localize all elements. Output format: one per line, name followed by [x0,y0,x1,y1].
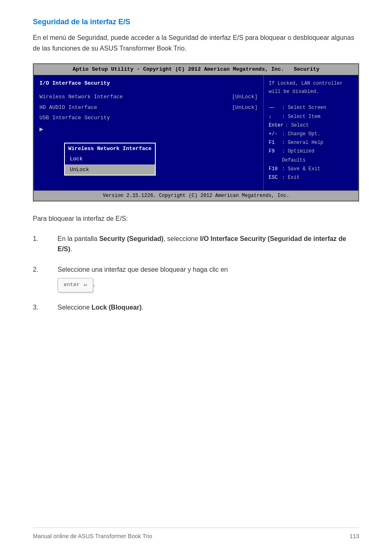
enter-arrow-icon: ↵ [84,281,87,289]
bios-screenshot: Aptio Setup Utility - Copyright (C) 2012… [33,63,359,201]
bios-popup: Wireless Network Interface Lock UnLock [64,143,156,176]
page-title: Seguridad de la interfaz E/S [33,16,359,28]
instruction-text: Para bloquear la interfaz de E/S: [33,214,359,224]
step-3: 3. Seleccione Lock (Bloquear). [33,302,359,313]
bios-help-text: If Locked, LAN controller will be disabl… [269,79,353,96]
bios-option-lock[interactable]: Lock [65,154,155,164]
step-1: 1. En la pantalla Security (Seguridad), … [33,234,359,255]
bios-section-title: I/O Interface Security [39,79,258,88]
step-3-number: 3. [33,302,58,313]
bios-nav-enter: Enter : Select [269,122,353,130]
bios-item-usb: USB Interface Security [39,114,258,122]
bios-cursor-arrow: ▶ [39,125,258,134]
page-footer: Manual online de ASUS Transformer Book T… [33,528,359,541]
enter-key-button: enter ↵ [58,278,93,292]
step-1-content: En la pantalla Security (Seguridad), sel… [58,234,359,255]
bios-nav-change: +/- : Change Opt. [269,130,353,138]
bios-version-bar: Version 2.15.1226. Copyright (C) 2012 Am… [34,190,358,201]
footer-page-number: 113 [350,532,359,541]
bios-option-unlock[interactable]: UnLock [65,164,155,175]
bios-navigation: →← : Select Screen ↓ : Select Item Enter… [269,104,353,182]
footer-left: Manual online de ASUS Transformer Book T… [33,532,152,541]
step-2: 2. Seleccione una interfaz que desee blo… [33,264,359,292]
bios-nav-esc: ESC : Exit [269,174,353,182]
bios-nav-f10: F10 : Save & Exit [269,165,353,173]
intro-text: En el menú de Seguridad, puede acceder a… [33,32,359,53]
steps-list: 1. En la pantalla Security (Seguridad), … [33,234,359,313]
bios-title-bar: Aptio Setup Utility - Copyright (C) 2012… [34,64,358,75]
bios-item-hd-audio: HD AUDIO Interface [UnLock] [39,104,258,112]
bios-nav-f1: F1 : General Help [269,139,353,147]
step-3-content: Seleccione Lock (Bloquear). [58,302,359,313]
bios-nav-defaults: Defaults [269,157,353,164]
bios-popup-title: Wireless Network Interface [65,143,155,154]
step-2-number: 2. [33,264,58,292]
bios-nav-f9: F9 : Optimized [269,148,353,155]
bios-item-wireless: Wireless Network Interface [UnLock] [39,93,258,101]
step-2-content: Seleccione una interfaz que desee bloque… [58,264,359,292]
bios-nav-select-item: ↓ : Select Item [269,113,353,121]
bios-nav-select-screen: →← : Select Screen [269,104,353,112]
step-1-number: 1. [33,234,58,255]
